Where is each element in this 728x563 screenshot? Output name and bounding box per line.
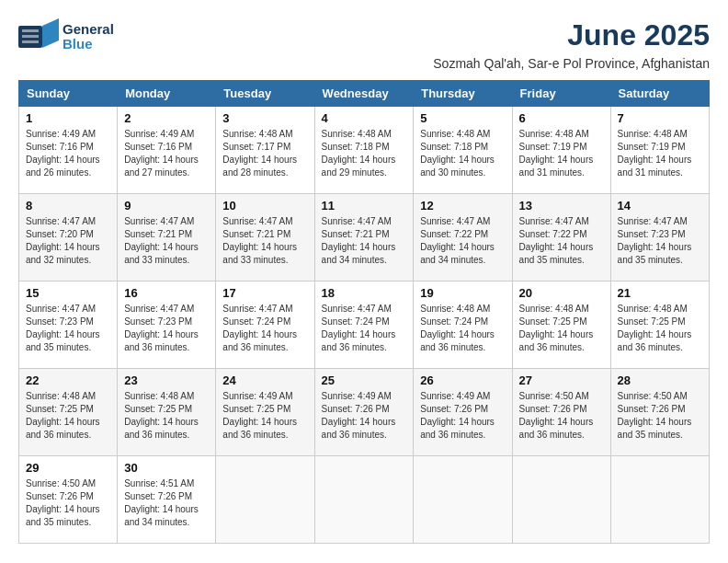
calendar-cell: 2Sunrise: 4:49 AM Sunset: 7:16 PM Daylig…	[118, 107, 216, 194]
calendar-cell: 13Sunrise: 4:47 AM Sunset: 7:22 PM Dayli…	[512, 194, 610, 282]
day-info: Sunrise: 4:49 AM Sunset: 7:16 PM Dayligh…	[124, 128, 209, 179]
calendar-cell: 27Sunrise: 4:50 AM Sunset: 7:26 PM Dayli…	[512, 369, 610, 456]
day-info: Sunrise: 4:51 AM Sunset: 7:26 PM Dayligh…	[124, 477, 209, 529]
day-info: Sunrise: 4:50 AM Sunset: 7:26 PM Dayligh…	[26, 477, 110, 529]
calendar-cell: 14Sunrise: 4:47 AM Sunset: 7:23 PM Dayli…	[610, 194, 709, 282]
day-number: 27	[519, 373, 604, 387]
day-number: 25	[322, 373, 407, 387]
day-number: 14	[618, 199, 702, 213]
day-number: 17	[222, 286, 307, 300]
day-number: 7	[618, 111, 702, 125]
day-number: 6	[519, 111, 604, 125]
col-tuesday: Tuesday	[216, 81, 314, 107]
day-number: 9	[124, 199, 209, 213]
calendar-cell	[314, 456, 414, 544]
day-number: 2	[124, 111, 209, 125]
col-friday: Friday	[512, 81, 610, 107]
svg-rect-4	[22, 40, 39, 43]
day-number: 23	[124, 373, 209, 387]
day-info: Sunrise: 4:48 AM Sunset: 7:19 PM Dayligh…	[618, 128, 702, 179]
calendar-header-row: Sunday Monday Tuesday Wednesday Thursday…	[19, 81, 710, 107]
calendar-cell: 30Sunrise: 4:51 AM Sunset: 7:26 PM Dayli…	[118, 456, 216, 544]
day-number: 18	[322, 286, 407, 300]
calendar-week-row: 22Sunrise: 4:48 AM Sunset: 7:25 PM Dayli…	[19, 369, 710, 456]
calendar-cell: 7Sunrise: 4:48 AM Sunset: 7:19 PM Daylig…	[610, 107, 709, 194]
day-info: Sunrise: 4:48 AM Sunset: 7:25 PM Dayligh…	[26, 390, 110, 442]
day-info: Sunrise: 4:47 AM Sunset: 7:23 PM Dayligh…	[618, 215, 702, 267]
calendar-cell: 6Sunrise: 4:48 AM Sunset: 7:19 PM Daylig…	[512, 107, 610, 194]
calendar-cell: 21Sunrise: 4:48 AM Sunset: 7:25 PM Dayli…	[610, 282, 709, 369]
logo-icon	[18, 18, 59, 55]
calendar-cell: 12Sunrise: 4:47 AM Sunset: 7:22 PM Dayli…	[414, 194, 512, 282]
col-thursday: Thursday	[414, 81, 512, 107]
day-info: Sunrise: 4:49 AM Sunset: 7:26 PM Dayligh…	[322, 390, 407, 442]
col-monday: Monday	[118, 81, 216, 107]
logo-label: General Blue	[63, 22, 114, 52]
calendar-week-row: 8Sunrise: 4:47 AM Sunset: 7:20 PM Daylig…	[19, 194, 710, 282]
day-info: Sunrise: 4:48 AM Sunset: 7:19 PM Dayligh…	[519, 128, 604, 179]
day-number: 22	[26, 373, 110, 387]
day-info: Sunrise: 4:48 AM Sunset: 7:25 PM Dayligh…	[124, 390, 209, 442]
col-sunday: Sunday	[19, 81, 118, 107]
col-saturday: Saturday	[610, 81, 709, 107]
day-info: Sunrise: 4:47 AM Sunset: 7:24 PM Dayligh…	[222, 303, 307, 354]
day-info: Sunrise: 4:49 AM Sunset: 7:25 PM Dayligh…	[222, 390, 307, 442]
day-info: Sunrise: 4:49 AM Sunset: 7:26 PM Dayligh…	[420, 390, 505, 442]
calendar-cell: 11Sunrise: 4:47 AM Sunset: 7:21 PM Dayli…	[314, 194, 414, 282]
calendar-cell: 17Sunrise: 4:47 AM Sunset: 7:24 PM Dayli…	[216, 282, 314, 369]
svg-marker-1	[42, 18, 59, 48]
calendar-cell: 10Sunrise: 4:47 AM Sunset: 7:21 PM Dayli…	[216, 194, 314, 282]
calendar-cell: 25Sunrise: 4:49 AM Sunset: 7:26 PM Dayli…	[314, 369, 414, 456]
day-number: 21	[618, 286, 702, 300]
calendar-week-row: 29Sunrise: 4:50 AM Sunset: 7:26 PM Dayli…	[19, 456, 710, 544]
day-info: Sunrise: 4:50 AM Sunset: 7:26 PM Dayligh…	[618, 390, 702, 442]
calendar: Sunday Monday Tuesday Wednesday Thursday…	[18, 80, 710, 544]
month-title: June 2025	[433, 18, 710, 52]
day-info: Sunrise: 4:47 AM Sunset: 7:21 PM Dayligh…	[124, 215, 209, 267]
day-info: Sunrise: 4:48 AM Sunset: 7:17 PM Dayligh…	[222, 128, 307, 179]
day-info: Sunrise: 4:47 AM Sunset: 7:24 PM Dayligh…	[322, 303, 407, 354]
day-info: Sunrise: 4:47 AM Sunset: 7:23 PM Dayligh…	[26, 303, 110, 354]
logo: General Blue	[18, 18, 114, 55]
day-number: 13	[519, 199, 604, 213]
calendar-cell	[610, 456, 709, 544]
logo-blue-text: Blue	[63, 37, 114, 52]
calendar-cell	[512, 456, 610, 544]
day-number: 16	[124, 286, 209, 300]
header: General Blue June 2025 Sozmah Qal'ah, Sa…	[18, 18, 710, 71]
calendar-week-row: 1Sunrise: 4:49 AM Sunset: 7:16 PM Daylig…	[19, 107, 710, 194]
day-number: 20	[519, 286, 604, 300]
day-number: 29	[26, 461, 110, 475]
day-number: 3	[222, 111, 307, 125]
calendar-cell: 29Sunrise: 4:50 AM Sunset: 7:26 PM Dayli…	[19, 456, 118, 544]
day-info: Sunrise: 4:48 AM Sunset: 7:18 PM Dayligh…	[322, 128, 407, 179]
day-number: 28	[618, 373, 702, 387]
day-number: 11	[322, 199, 407, 213]
title-section: June 2025 Sozmah Qal'ah, Sar-e Pol Provi…	[433, 18, 710, 71]
calendar-week-row: 15Sunrise: 4:47 AM Sunset: 7:23 PM Dayli…	[19, 282, 710, 369]
calendar-cell: 3Sunrise: 4:48 AM Sunset: 7:17 PM Daylig…	[216, 107, 314, 194]
day-number: 10	[222, 199, 307, 213]
calendar-cell: 19Sunrise: 4:48 AM Sunset: 7:24 PM Dayli…	[414, 282, 512, 369]
day-info: Sunrise: 4:48 AM Sunset: 7:24 PM Dayligh…	[420, 303, 505, 354]
logo-general-text: General	[63, 22, 114, 38]
calendar-cell: 28Sunrise: 4:50 AM Sunset: 7:26 PM Dayli…	[610, 369, 709, 456]
day-number: 12	[420, 199, 505, 213]
svg-rect-2	[22, 29, 39, 32]
calendar-cell	[414, 456, 512, 544]
calendar-cell: 5Sunrise: 4:48 AM Sunset: 7:18 PM Daylig…	[414, 107, 512, 194]
calendar-cell	[216, 456, 314, 544]
day-number: 30	[124, 461, 209, 475]
day-info: Sunrise: 4:48 AM Sunset: 7:18 PM Dayligh…	[420, 128, 505, 179]
calendar-cell: 24Sunrise: 4:49 AM Sunset: 7:25 PM Dayli…	[216, 369, 314, 456]
day-info: Sunrise: 4:48 AM Sunset: 7:25 PM Dayligh…	[618, 303, 702, 354]
calendar-cell: 4Sunrise: 4:48 AM Sunset: 7:18 PM Daylig…	[314, 107, 414, 194]
calendar-cell: 23Sunrise: 4:48 AM Sunset: 7:25 PM Dayli…	[118, 369, 216, 456]
day-number: 24	[222, 373, 307, 387]
day-info: Sunrise: 4:47 AM Sunset: 7:21 PM Dayligh…	[222, 215, 307, 267]
day-number: 26	[420, 373, 505, 387]
day-number: 1	[26, 111, 110, 125]
calendar-cell: 20Sunrise: 4:48 AM Sunset: 7:25 PM Dayli…	[512, 282, 610, 369]
day-number: 8	[26, 199, 110, 213]
svg-rect-3	[22, 35, 39, 38]
